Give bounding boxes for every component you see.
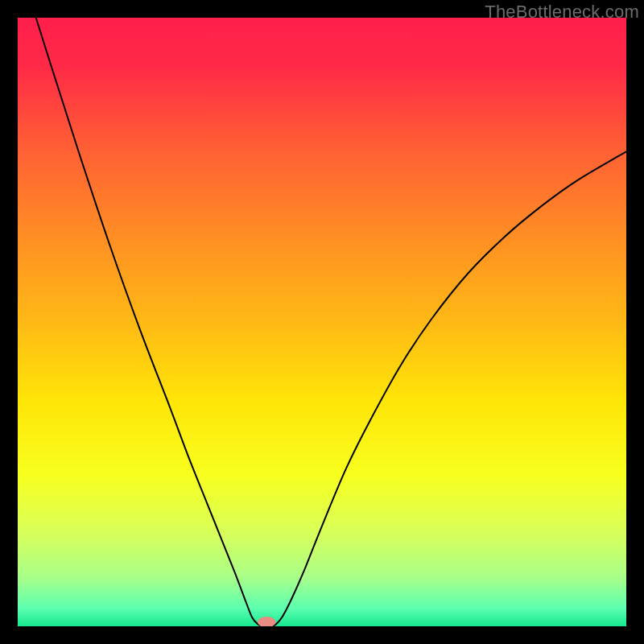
gradient-background bbox=[18, 18, 626, 626]
chart-frame: TheBottleneck.com bbox=[0, 0, 644, 644]
chart-plot bbox=[18, 18, 626, 626]
